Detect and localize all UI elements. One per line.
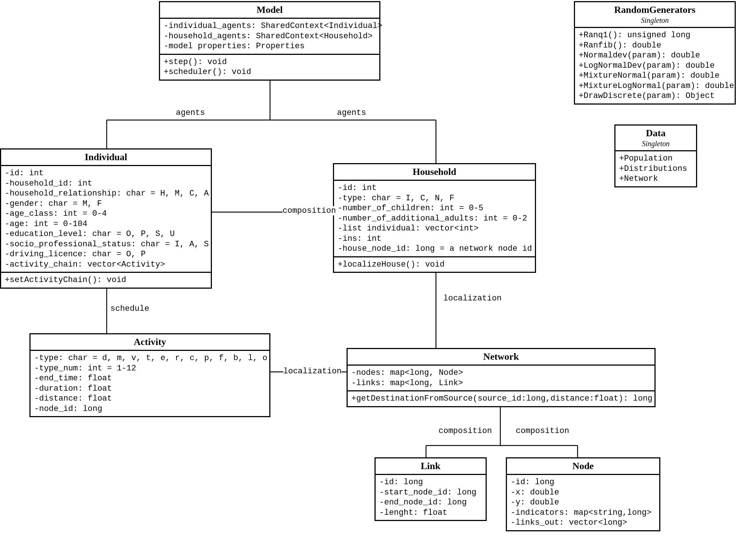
class-network: Network -nodes: map<long, Node> -links: … [347, 348, 656, 407]
class-stereotype: Singleton [578, 16, 732, 25]
edge-label-localization-hh-net: localization [443, 294, 501, 303]
class-random-generators: RandomGenerators Singleton +Ranq1(): uns… [574, 1, 736, 105]
class-operations: +localizeHouse(): void [334, 257, 535, 272]
class-title: Household [337, 166, 532, 177]
class-model: Model -individual_agents: SharedContext<… [159, 1, 380, 81]
class-attributes: -id: int -household_id: int -household_r… [1, 166, 211, 273]
class-stereotype: Singleton [618, 140, 693, 148]
class-title: Model [163, 4, 376, 15]
edge-label-localization-act-net: localization [283, 367, 341, 376]
class-data: Data Singleton +Population +Distribution… [614, 124, 697, 187]
class-attributes: -id: long -x: double -y: double -indicat… [507, 475, 659, 530]
class-individual: Individual -id: int -household_id: int -… [0, 148, 212, 289]
class-activity: Activity -type: char = d, m, v, t, e, r,… [29, 333, 270, 417]
edge-label-agents-right: agents [337, 108, 366, 117]
class-operations: +setActivityChain(): void [1, 273, 211, 288]
class-operations: +getDestinationFromSource(source_id:long… [348, 391, 654, 406]
class-title: RandomGenerators [578, 4, 732, 15]
class-attributes: -id: int -type: char = I, C, N, F -numbe… [334, 181, 535, 257]
class-attributes: -nodes: map<long, Node> -links: map<long… [348, 366, 654, 391]
edge-label-composition-ind-hh: composition [283, 206, 336, 215]
edge-label-composition-link: composition [439, 426, 492, 436]
class-attributes: +Population +Distributions +Network [615, 151, 696, 186]
uml-canvas: Model -individual_agents: SharedContext<… [0, 0, 756, 542]
class-title: Activity [33, 337, 266, 348]
class-attributes: -type: char = d, m, v, t, e, r, c, p, f,… [31, 351, 269, 416]
class-link: Link -id: long -start_node_id: long -end… [375, 457, 487, 521]
class-attributes: -individual_agents: SharedContext<Indivi… [160, 19, 379, 55]
class-title: Link [379, 461, 483, 472]
class-attributes: -id: long -start_node_id: long -end_node… [376, 475, 486, 520]
class-household: Household -id: int -type: char = I, C, N… [333, 163, 536, 273]
class-title: Network [351, 351, 652, 362]
class-operations: +Ranq1(): unsigned long +Ranfib(): doubl… [575, 28, 735, 103]
class-title: Node [510, 461, 656, 472]
class-title: Individual [4, 152, 208, 163]
class-operations: +step(): void +scheduler(): void [160, 55, 379, 80]
edge-label-agents-left: agents [176, 108, 205, 117]
edge-label-composition-node: composition [516, 426, 569, 436]
edge-label-schedule: schedule [110, 304, 149, 313]
class-title: Data [618, 128, 693, 139]
class-node: Node -id: long -x: double -y: double -in… [506, 457, 660, 531]
